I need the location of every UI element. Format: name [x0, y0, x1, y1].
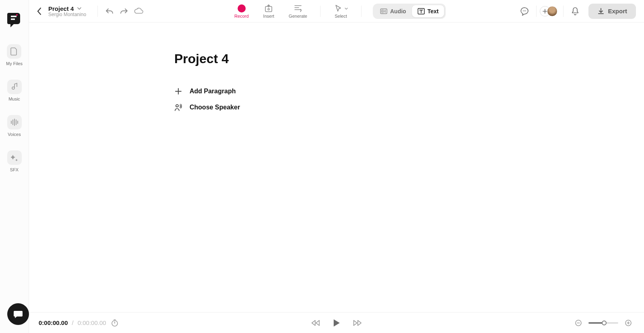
mode-label: Audio	[390, 8, 406, 14]
undo-button[interactable]	[103, 5, 116, 17]
top-right-actions: Export	[518, 4, 636, 19]
project-header: Project 4 Sergio Montanino	[48, 5, 86, 17]
record-icon	[237, 4, 246, 12]
insert-icon	[264, 4, 274, 13]
divider	[361, 6, 361, 17]
sidebar-item-label: My Files	[6, 61, 23, 66]
waveform-icon	[7, 115, 22, 130]
chevron-down-icon[interactable]	[77, 7, 82, 10]
svg-point-9	[525, 10, 526, 11]
app-logo-icon	[7, 12, 22, 28]
document-title[interactable]: Project 4	[174, 51, 499, 66]
file-icon	[7, 44, 21, 59]
help-chat-button[interactable]	[7, 303, 29, 325]
mode-audio-button[interactable]: Audio	[374, 5, 412, 17]
music-note-icon	[7, 80, 22, 94]
current-time: 0:00:00.00	[39, 319, 68, 326]
notifications-button[interactable]	[569, 5, 581, 17]
rewind-button[interactable]	[311, 318, 320, 328]
chevron-down-icon	[344, 7, 348, 10]
document: Project 4 Add Paragraph Choose Speaker	[169, 51, 504, 115]
project-title: Project 4	[48, 5, 74, 12]
fast-forward-button[interactable]	[353, 318, 362, 328]
zoom-out-button[interactable]	[572, 317, 584, 329]
sparkle-icon	[7, 150, 22, 165]
center-toolbar: Record Insert Generate Select	[227, 0, 446, 22]
svg-rect-0	[11, 16, 17, 17]
sidebar-item-my-files[interactable]: My Files	[6, 44, 23, 66]
player-bar: 0:00:00.00 / 0:00:00.00	[29, 312, 644, 333]
sidebar-item-voices[interactable]: Voices	[7, 115, 22, 137]
zoom-controls	[572, 317, 634, 329]
divider	[536, 6, 537, 17]
zoom-fill	[588, 322, 603, 324]
divider	[97, 6, 98, 17]
generate-tool[interactable]: Generate	[281, 4, 314, 18]
svg-point-8	[524, 10, 525, 11]
main-canvas: Project 4 Add Paragraph Choose Speaker	[29, 23, 644, 312]
plus-icon	[174, 87, 182, 95]
time-display: 0:00:00.00 / 0:00:00.00	[39, 319, 119, 327]
time-separator: /	[72, 319, 74, 326]
svg-point-2	[16, 14, 18, 16]
svg-point-10	[176, 105, 178, 107]
user-avatar[interactable]	[547, 6, 557, 16]
add-paragraph-button[interactable]: Add Paragraph	[174, 83, 499, 99]
svg-rect-1	[11, 18, 15, 20]
mode-toggle-group: Audio Text	[373, 4, 446, 19]
action-label: Add Paragraph	[190, 88, 236, 95]
cloud-sync-button[interactable]	[132, 5, 144, 17]
tool-label: Generate	[289, 14, 307, 18]
zoom-slider[interactable]	[588, 322, 618, 324]
svg-point-4	[268, 8, 270, 10]
insert-tool[interactable]: Insert	[256, 4, 282, 18]
player-controls	[311, 318, 362, 328]
project-owner: Sergio Montanino	[48, 12, 86, 17]
zoom-in-button[interactable]	[622, 317, 634, 329]
tool-label: Select	[334, 14, 347, 18]
audio-track-icon	[380, 8, 387, 14]
sidebar-item-label: Music	[8, 97, 20, 101]
timer-icon[interactable]	[110, 319, 119, 327]
mode-text-button[interactable]: Text	[412, 5, 444, 17]
svg-point-7	[523, 10, 524, 11]
divider	[563, 6, 564, 17]
left-sidebar: My Files Music Voices SFX	[0, 0, 29, 333]
comments-button[interactable]	[518, 5, 530, 17]
choose-speaker-button[interactable]: Choose Speaker	[174, 99, 499, 115]
zoom-handle[interactable]	[602, 321, 607, 325]
download-icon	[597, 8, 605, 15]
divider	[320, 6, 320, 17]
text-box-icon	[417, 8, 425, 14]
sidebar-item-label: Voices	[8, 132, 21, 137]
back-button[interactable]	[35, 6, 44, 16]
cursor-icon	[333, 4, 343, 13]
total-time: 0:00:00.00	[78, 319, 106, 326]
chat-icon	[13, 309, 23, 319]
export-label: Export	[608, 8, 627, 14]
collaborators[interactable]	[542, 6, 557, 16]
export-button[interactable]: Export	[588, 4, 636, 19]
tool-label: Record	[234, 14, 248, 18]
redo-button[interactable]	[118, 5, 130, 17]
action-label: Choose Speaker	[190, 104, 240, 111]
top-bar: Project 4 Sergio Montanino Record Insert	[29, 0, 644, 23]
mode-label: Text	[427, 8, 439, 14]
sidebar-item-sfx[interactable]: SFX	[7, 150, 22, 172]
sidebar-item-label: SFX	[10, 167, 19, 172]
tool-label: Insert	[263, 14, 275, 18]
select-tool[interactable]: Select	[326, 4, 355, 18]
generate-icon	[293, 4, 303, 13]
sidebar-item-music[interactable]: Music	[7, 80, 22, 101]
play-button[interactable]	[332, 318, 341, 328]
speaker-person-icon	[174, 103, 182, 111]
record-tool[interactable]: Record	[227, 4, 256, 18]
